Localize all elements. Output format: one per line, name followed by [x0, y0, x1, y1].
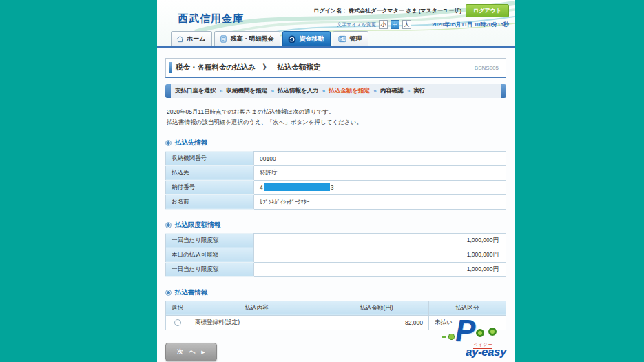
tab-management[interactable]: 管理 — [333, 31, 368, 46]
header: 西武信用金庫 ログイン名： 株式会社ダークマター さま (マスターユーザ) ログ… — [157, 0, 515, 48]
table-row: お名前 ｶﾌﾞｼｷｶﾞｲｼｬﾀﾞｰｸﾏﾀｰ — [166, 194, 506, 209]
section-bullet-icon — [165, 222, 172, 228]
description-line-2: 払込書情報の該当明細を選択のうえ、「次へ」ボタンを押してください。 — [167, 117, 505, 128]
step-4-current: 払込金額を指定 — [329, 87, 370, 95]
table-row: 納付番号 43 — [166, 180, 506, 194]
fontsize-medium-button[interactable]: 中 — [391, 20, 399, 29]
step-separator: » — [373, 88, 377, 94]
slip-content: 商標登録料(設定) — [189, 315, 324, 330]
payeasy-dash — [442, 336, 446, 338]
fontsize-label: 文字サイズを変更 — [337, 21, 376, 28]
step-separator: » — [271, 88, 274, 94]
table-row: 一日当たり限度額 1,000,000円 — [166, 262, 506, 276]
page-code: BSNS005 — [475, 65, 499, 71]
stepbar-left-cap — [165, 84, 171, 98]
table-row: 本日の払込可能額 1,000,000円 — [166, 248, 506, 262]
row-value: ｶﾌﾞｼｷｶﾞｲｼｬﾀﾞｰｸﾏﾀｰ — [254, 194, 506, 209]
section-bullet-icon — [165, 290, 172, 296]
step-2: 収納機関を指定 — [226, 87, 267, 95]
section-limit-info: 払込限度額情報 — [165, 221, 506, 230]
description: 2020年05月11日時点でのお客さまの払込情報は次の通りです。 払込書情報の該… — [167, 107, 505, 128]
payeasy-p-letter: P — [455, 314, 475, 348]
payeasy-green-ring-icon — [476, 329, 484, 337]
section-title: 払込書情報 — [175, 288, 208, 297]
pay-easy-logo: P ペイジー ay-easy — [440, 319, 512, 359]
home-icon — [176, 35, 184, 43]
tab-label: 残高・明細照会 — [230, 34, 273, 43]
login-name: ログイン名： 株式会社ダークマター さま (マスターユーザ) — [313, 7, 461, 14]
nav-tabs: ホーム 残高・明細照会 資金移動 管理 — [171, 31, 368, 46]
section-slip-info: 払込書情報 — [165, 288, 506, 297]
row-label: 納付番号 — [166, 180, 254, 194]
slip-select-checkbox[interactable] — [174, 319, 181, 326]
table-row: 収納機関番号 00100 — [166, 151, 506, 165]
user-icon — [338, 35, 346, 43]
header-right: ログイン名： 株式会社ダークマター さま (マスターユーザ) ログアウト 文字サ… — [313, 4, 509, 29]
row-value: 特許庁 — [254, 165, 506, 180]
tab-home[interactable]: ホーム — [171, 31, 212, 46]
select-cell — [166, 315, 189, 330]
payeasy-green-ring-icon — [488, 328, 497, 336]
table-row: 一回当たり限度額 1,000,000円 — [166, 233, 506, 248]
tab-fund-transfer[interactable]: 資金移動 — [282, 31, 331, 46]
column-header-amount: 払込金額(円) — [324, 301, 429, 315]
row-label: 収納機関番号 — [166, 151, 254, 165]
row-label: 一回当たり限度額 — [166, 233, 254, 248]
section-payee-info: 払込先情報 — [165, 139, 506, 148]
logout-button[interactable]: ログアウト — [466, 4, 509, 17]
next-button[interactable]: 次 へ ▶ — [165, 343, 217, 361]
step-separator: » — [322, 88, 326, 94]
row-label: 本日の払込可能額 — [166, 248, 254, 262]
row-label: お名前 — [166, 194, 254, 209]
title-accent-bar — [169, 62, 172, 73]
page-content: 西武信用金庫 ログイン名： 株式会社ダークマター さま (マスターユーザ) ログ… — [157, 0, 515, 362]
step-3: 払込情報を入力 — [278, 87, 319, 95]
title-box: 税金・各種料金の払込み 》 払込金額指定 BSNS005 — [165, 58, 506, 78]
next-button-label: 次 へ — [177, 348, 198, 355]
description-line-1: 2020年05月11日時点でのお客さまの払込情報は次の通りです。 — [167, 107, 505, 117]
document-icon — [220, 35, 227, 43]
row-value: 1,000,000円 — [254, 248, 506, 262]
section-title: 払込先情報 — [175, 139, 208, 148]
column-header-content: 払込内容 — [189, 301, 324, 315]
step-5: 内容確認 — [380, 87, 404, 95]
column-header-select: 選択 — [166, 301, 189, 315]
page-title: 税金・各種料金の払込み 》 払込金額指定 — [176, 63, 321, 72]
row-value-redacted: 43 — [254, 180, 506, 194]
limit-info-table: 一回当たり限度額 1,000,000円 本日の払込可能額 1,000,000円 … — [165, 233, 506, 277]
tab-label: ホーム — [187, 34, 205, 43]
number-prefix: 4 — [260, 184, 263, 191]
row-value: 1,000,000円 — [254, 233, 506, 248]
fontsize-large-button[interactable]: 大 — [402, 20, 411, 29]
payee-info-table: 収納機関番号 00100 払込先 特許庁 納付番号 43 お名前 ｶﾌﾞｼｷｶﾞ… — [165, 151, 506, 210]
row-label: 払込先 — [166, 165, 254, 180]
next-arrow-icon: ▶ — [201, 350, 205, 354]
step-6: 実行 — [413, 87, 425, 95]
number-suffix: 3 — [331, 184, 334, 191]
tab-label: 管理 — [349, 34, 362, 43]
row-value: 1,000,000円 — [254, 262, 506, 276]
bank-logo: 西武信用金庫 — [178, 12, 244, 26]
payeasy-green-dot-icon — [448, 334, 455, 340]
step-separator: » — [407, 88, 411, 94]
row-value: 00100 — [254, 151, 506, 165]
transfer-icon — [288, 35, 296, 43]
fontsize-small-button[interactable]: 小 — [379, 20, 388, 29]
slip-amount: 82,000 — [324, 315, 429, 330]
redaction-box — [264, 183, 330, 191]
step-separator: » — [220, 88, 223, 94]
tab-label: 資金移動 — [299, 34, 324, 43]
tab-balance-inquiry[interactable]: 残高・明細照会 — [214, 31, 280, 46]
section-bullet-icon — [165, 140, 172, 146]
table-row: 払込先 特許庁 — [166, 165, 506, 180]
section-title: 払込限度額情報 — [175, 221, 221, 230]
stepbar-right-cap — [501, 84, 506, 98]
payeasy-wordmark: ay-easy — [466, 345, 506, 359]
datetime: 2020年05月11日 10時20分15秒 — [432, 21, 509, 28]
row-label: 一日当たり限度額 — [166, 262, 254, 276]
step-1: 支払口座を選択 — [175, 87, 216, 95]
step-indicator: 支払口座を選択 » 収納機関を指定 » 払込情報を入力 » 払込金額を指定 » … — [165, 84, 506, 98]
